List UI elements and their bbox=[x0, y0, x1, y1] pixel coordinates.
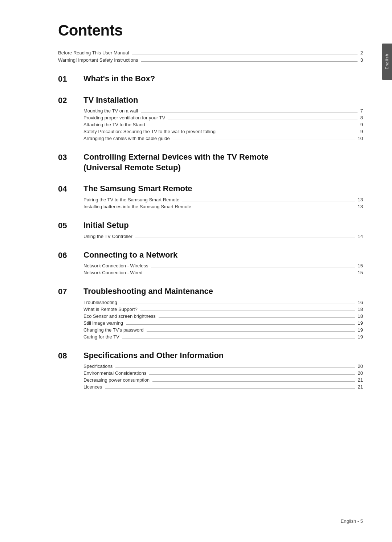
toc-dots bbox=[141, 61, 358, 62]
section-entry-dots bbox=[173, 140, 355, 140]
section-entry-dots bbox=[152, 381, 355, 382]
toc-intro-entry: Warning! Important Safety Instructions 3 bbox=[58, 57, 363, 63]
section-entry-dots bbox=[147, 331, 355, 332]
section-entry-dots bbox=[141, 112, 358, 112]
section-entry: Specifications 20 bbox=[83, 364, 363, 369]
section-entries: Troubleshooting 16 What is Remote Suppor… bbox=[58, 300, 363, 340]
section-entry: Installing batteries into the Samsung Sm… bbox=[83, 204, 363, 209]
section-entry-dots bbox=[151, 267, 355, 267]
section-entry-label: What is Remote Support? bbox=[83, 307, 138, 312]
section-entries: Mounting the TV on a wall 7 Providing pr… bbox=[58, 108, 363, 141]
section-entry: Environmental Considerations 20 bbox=[83, 370, 363, 376]
section-entry-page: 14 bbox=[358, 234, 363, 239]
section-header: 04The Samsung Smart Remote bbox=[58, 184, 363, 194]
section-header: 02TV Installation bbox=[58, 95, 363, 106]
section-entry: Arranging the cables with the cable guid… bbox=[83, 136, 363, 141]
section-header: 03Controlling External Devices with the … bbox=[58, 152, 363, 173]
section: 01What's in the Box? bbox=[58, 74, 363, 84]
section-number: 05 bbox=[58, 221, 83, 230]
section-entry-label: Network Connection - Wireless bbox=[83, 263, 148, 268]
section-entry-page: 7 bbox=[360, 108, 363, 114]
section-entry-page: 10 bbox=[358, 136, 363, 141]
section: 05Initial Setup Using the TV Controller … bbox=[58, 220, 363, 239]
section-entry-label: Decreasing power consumption bbox=[83, 377, 150, 383]
toc-page: 3 bbox=[360, 57, 363, 63]
section-entry: What is Remote Support? 18 bbox=[83, 307, 363, 312]
section-entry-label: Troubleshooting bbox=[83, 300, 117, 305]
section-entry-label: Specifications bbox=[83, 364, 113, 369]
footer: English - 5 bbox=[341, 518, 363, 524]
section-entry-page: 20 bbox=[358, 370, 363, 376]
section-entry: Safety Precaution: Securing the TV to th… bbox=[83, 129, 363, 134]
section-entry-page: 18 bbox=[358, 313, 363, 319]
section: 07Troubleshooting and Maintenance Troubl… bbox=[58, 286, 363, 340]
section-title: What's in the Box? bbox=[83, 74, 155, 84]
section-entry-label: Safety Precaution: Securing the TV to th… bbox=[83, 129, 216, 134]
section-entries: Network Connection - Wireless 15 Network… bbox=[58, 263, 363, 275]
section-header: 01What's in the Box? bbox=[58, 74, 363, 84]
section-entry-label: Mounting the TV on a wall bbox=[83, 108, 138, 114]
section-entry: Troubleshooting 16 bbox=[83, 300, 363, 305]
section-title: Initial Setup bbox=[83, 220, 129, 231]
section-number: 06 bbox=[58, 251, 83, 260]
section-entry-dots bbox=[149, 374, 355, 375]
section-entry-dots bbox=[135, 238, 355, 238]
section-title: TV Installation bbox=[83, 95, 138, 106]
sections-container: 01What's in the Box?02TV Installation Mo… bbox=[58, 74, 363, 390]
section-entry-page: 9 bbox=[360, 122, 363, 127]
section-entry-page: 9 bbox=[360, 129, 363, 134]
section-number: 07 bbox=[58, 287, 83, 296]
section-entry: Decreasing power consumption 21 bbox=[83, 377, 363, 383]
section-header: 07Troubleshooting and Maintenance bbox=[58, 286, 363, 297]
section-entry-dots bbox=[146, 274, 355, 274]
section-entry: Caring for the TV 19 bbox=[83, 334, 363, 340]
section-entry-label: Installing batteries into the Samsung Sm… bbox=[83, 204, 191, 209]
section: 02TV Installation Mounting the TV on a w… bbox=[58, 95, 363, 141]
section-header: 05Initial Setup bbox=[58, 220, 363, 231]
section-number: 04 bbox=[58, 184, 83, 194]
side-tab: English bbox=[382, 44, 392, 80]
section-entry: Attaching the TV to the Stand 9 bbox=[83, 122, 363, 127]
section-entry-page: 21 bbox=[358, 384, 363, 390]
section-entry-page: 19 bbox=[358, 320, 363, 326]
page-title: Contents bbox=[58, 22, 363, 39]
section-entry-dots bbox=[140, 311, 355, 311]
section-entry: Using the TV Controller 14 bbox=[83, 234, 363, 239]
section-entry-label: Licences bbox=[83, 384, 102, 390]
section-entry: Providing proper ventilation for your TV… bbox=[83, 115, 363, 120]
section-entry: Pairing the TV to the Samsung Smart Remo… bbox=[83, 197, 363, 202]
section-entry-dots bbox=[182, 201, 355, 201]
section-entry-dots bbox=[120, 304, 355, 304]
section-entry-label: Attaching the TV to the Stand bbox=[83, 122, 145, 127]
section-title: Specifications and Other Information bbox=[83, 350, 224, 361]
section: 03Controlling External Devices with the … bbox=[58, 152, 363, 173]
section-entry-label: Network Connection - Wired bbox=[83, 270, 143, 275]
toc-dots bbox=[132, 54, 358, 54]
section-entry-dots bbox=[148, 126, 358, 126]
section-entry: Changing the TV's password 19 bbox=[83, 327, 363, 333]
section-entry-page: 13 bbox=[358, 204, 363, 209]
section-entry-label: Still image warning bbox=[83, 320, 123, 326]
section-entry-dots bbox=[159, 317, 355, 318]
toc-intro: Before Reading This User Manual 2 Warnin… bbox=[58, 50, 363, 63]
section-header: 06Connecting to a Network bbox=[58, 250, 363, 260]
section-entry-dots bbox=[219, 133, 358, 133]
section-entry-dots bbox=[194, 208, 355, 208]
section-entry: Licences 21 bbox=[83, 384, 363, 390]
section-entries: Specifications 20 Environmental Consider… bbox=[58, 364, 363, 390]
section-entry: Network Connection - Wireless 15 bbox=[83, 263, 363, 268]
section: 08Specifications and Other Information S… bbox=[58, 350, 363, 390]
section-entry-page: 21 bbox=[358, 377, 363, 383]
section-entries: Pairing the TV to the Samsung Smart Remo… bbox=[58, 197, 363, 209]
section-entry: Still image warning 19 bbox=[83, 320, 363, 326]
section-entry-page: 16 bbox=[358, 300, 363, 305]
section-entry-label: Changing the TV's password bbox=[83, 327, 144, 333]
section-entry-page: 19 bbox=[358, 327, 363, 333]
section-entry-label: Caring for the TV bbox=[83, 334, 119, 340]
section-entry-label: Providing proper ventilation for your TV bbox=[83, 115, 165, 120]
toc-page: 2 bbox=[360, 50, 363, 56]
section-entry-page: 15 bbox=[358, 270, 363, 275]
section-entry-page: 19 bbox=[358, 334, 363, 340]
section-entry: Network Connection - Wired 15 bbox=[83, 270, 363, 275]
section-entry-dots bbox=[122, 338, 355, 338]
